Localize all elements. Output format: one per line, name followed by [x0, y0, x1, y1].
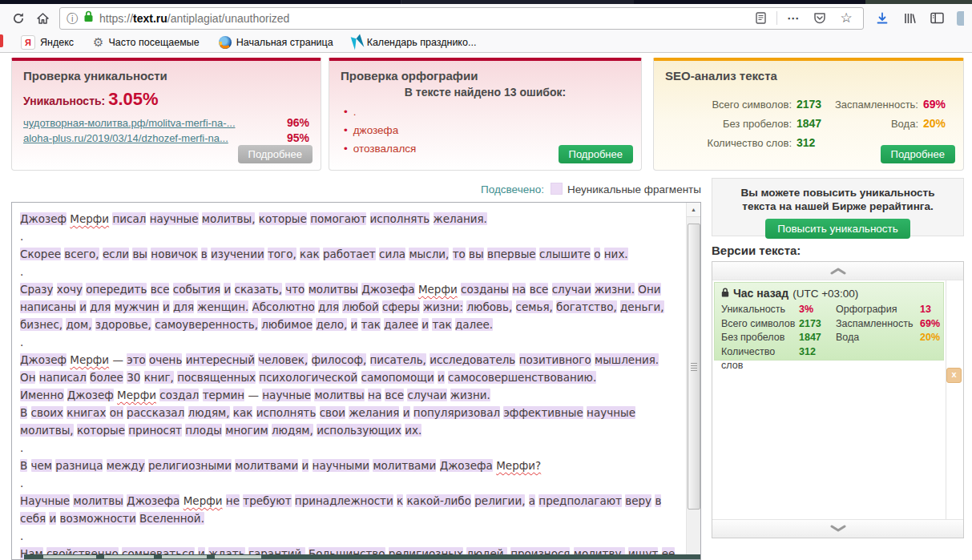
versions-scroll-down[interactable]: [712, 519, 963, 538]
version-card-header: Час назад (UTC +03:00): [721, 287, 937, 300]
highlighted-fragment: использующих: [317, 424, 401, 437]
highlighted-fragment: Скорее: [20, 248, 61, 260]
spelling-error-item[interactable]: джозефа: [344, 123, 641, 138]
highlighted-fragment: как: [300, 248, 320, 260]
scrollbar-thumb[interactable]: [688, 224, 700, 510]
misspelled-word: Мерфи: [70, 353, 109, 366]
home-icon[interactable]: [30, 7, 54, 30]
seo-stat-value: 69%: [923, 98, 952, 111]
reload-icon[interactable]: [6, 7, 30, 30]
increase-uniqueness-button[interactable]: Повысить уникальность: [765, 219, 910, 239]
vertical-scrollbar[interactable]: ▲: [686, 203, 700, 559]
spelling-more-button[interactable]: Подробнее: [559, 145, 633, 163]
bookmark-most-visited[interactable]: ⚙ Часто посещаемые: [93, 36, 200, 48]
version-card[interactable]: Час назад (UTC +03:00) Уникальность3%Орф…: [714, 282, 944, 361]
version-stat-value: 2173: [799, 317, 836, 332]
https-lock-icon[interactable]: [83, 10, 94, 26]
downloads-icon[interactable]: [872, 9, 893, 28]
highlighted-fragment: позитивного: [519, 353, 591, 366]
text-line: .: [20, 333, 683, 351]
highlighted-fragment: мужчин: [115, 300, 159, 313]
scrollbar-grip: [691, 363, 697, 371]
seo-stats-right: Заспамленность:69%Вода:20%: [812, 98, 952, 136]
highlighted-fragment: религиозными: [148, 459, 232, 472]
highlighted-fragment: людям,: [188, 406, 230, 419]
reader-mode-icon[interactable]: [750, 9, 771, 28]
highlighted-fragment: Научные: [20, 494, 70, 507]
highlighted-fragment: научными: [313, 459, 370, 472]
page-actions-icon[interactable]: ⋯: [783, 9, 804, 28]
bookmark-calendar[interactable]: Календарь празднико...: [353, 35, 477, 49]
highlighted-fragment: и: [421, 318, 429, 331]
highlighted-fragment: человек,: [258, 353, 308, 366]
site-info-icon[interactable]: ⓘ: [67, 13, 78, 24]
version-stat-label: Заспамленность: [836, 317, 920, 332]
source-row: чудотворная-молитва.рф/molitva-merfi-na-…: [23, 116, 309, 129]
version-timezone: (UTC +03:00): [793, 288, 858, 300]
highlighted-fragment: Сразу: [20, 283, 53, 296]
rewrite-promo-box: Вы можете повысить уникальность текста н…: [712, 178, 964, 236]
bookmark-label: Часто посещаемые: [109, 37, 200, 48]
highlighted-fragment: мысли,: [409, 248, 449, 260]
url-bar[interactable]: ⓘ https://text.ru/antiplagiat/unauthoriz…: [59, 7, 864, 30]
library-icon[interactable]: [899, 9, 920, 28]
seo-stat-label: Без пробелов:: [723, 118, 792, 130]
highlighted-fragment: сказать,: [235, 283, 282, 296]
highlighted-fragment: принадлежности: [295, 494, 393, 507]
seo-panel: SEO-анализ текста Всего символов:2173Без…: [653, 58, 964, 171]
checked-text-area[interactable]: Джозеф Мерфи писал научные молитвы, кото…: [11, 202, 701, 560]
highlighted-fragment: приносят: [128, 424, 182, 437]
highlighted-fragment: далее: [384, 318, 418, 331]
highlighted-fragment: жизни.: [595, 283, 635, 296]
spelling-panel-title: Проверка орфографии: [341, 69, 630, 83]
uniqueness-more-button[interactable]: Подробнее: [238, 145, 313, 163]
highlighted-fragment: Джозефа: [361, 283, 414, 296]
scroll-up-arrow-icon[interactable]: ▲: [687, 203, 700, 217]
highlighted-fragment: как: [233, 406, 253, 419]
bookmark-yandex[interactable]: Я Яндекс: [21, 35, 74, 50]
sidebars-icon[interactable]: [926, 9, 947, 28]
clipped-toolbar-icon[interactable]: [957, 11, 964, 26]
highlighted-fragment: написал: [39, 371, 87, 384]
highlighted-fragment: писатель,: [370, 353, 426, 366]
highlighted-fragment: вы: [132, 248, 147, 260]
highlighted-fragment: Он: [20, 371, 35, 384]
url-domain: text.ru: [133, 12, 167, 25]
seo-stat-label: Всего символов:: [712, 99, 792, 111]
yandex-icon: Я: [21, 35, 35, 50]
version-close-button[interactable]: x: [946, 368, 962, 383]
text-line: В чем разница между религиозными молитва…: [20, 457, 683, 474]
highlighted-fragment: новичок: [151, 248, 197, 260]
highlighted-fragment: любимое: [261, 318, 313, 331]
source-link[interactable]: чудотворная-молитва.рф/molitva-merfi-na-…: [23, 117, 236, 129]
promo-text: Вы можете повысить уникальность текста н…: [724, 186, 952, 213]
highlight-legend: Подсвечено:Неуникальные фрагменты: [11, 183, 701, 195]
seo-more-button[interactable]: Подробнее: [881, 145, 955, 163]
highlighted-fragment: не: [226, 494, 240, 507]
version-stat-label: Орфография: [836, 303, 920, 317]
highlighted-fragment: молитвы: [73, 494, 123, 507]
highlighted-fragment: любой: [342, 300, 378, 313]
paper-plane-icon: [350, 34, 364, 50]
highlighted-fragment: веру: [625, 494, 651, 507]
seo-stat-row: Количество слов:312: [665, 136, 825, 149]
url-text[interactable]: https://text.ru/antiplagiat/unauthorized: [99, 12, 744, 25]
highlighted-fragment: так: [361, 318, 381, 331]
highlighted-fragment: вы: [469, 248, 484, 260]
highlighted-fragment: свои: [320, 406, 345, 419]
text-line: Научные молитвы Джозефа Мерфи не требуют…: [20, 492, 683, 527]
highlighted-fragment: и: [49, 512, 56, 525]
highlighted-fragment: семья,: [516, 300, 553, 313]
highlighted-fragment: желания: [349, 406, 399, 419]
pocket-icon[interactable]: [809, 9, 830, 28]
bookmark-start-page[interactable]: Начальная страница: [219, 36, 333, 49]
highlighted-fragment: научные: [262, 389, 311, 401]
highlighted-fragment: которые: [77, 424, 125, 437]
spelling-error-item[interactable]: .: [344, 105, 641, 119]
bookmark-star-icon[interactable]: ☆: [836, 9, 857, 28]
text-line: Именно Джозеф Мерфи создал термин — науч…: [20, 386, 683, 404]
spelling-summary: В тексте найдено 13 ошибок:: [329, 86, 641, 99]
highlighted-fragment: религии,: [474, 494, 525, 507]
versions-scroll-up[interactable]: [712, 262, 963, 280]
source-link[interactable]: aloha-plus.ru/2019/03/14/dzhozef-merfi-n…: [23, 132, 228, 144]
